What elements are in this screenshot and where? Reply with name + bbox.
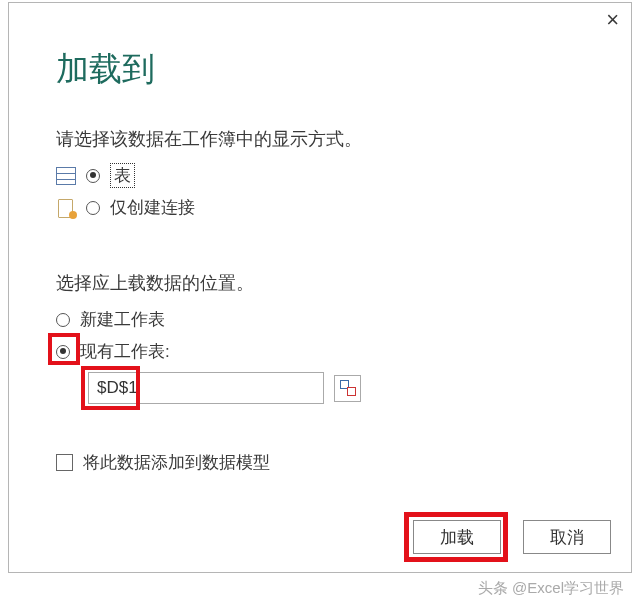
option-new-sheet-row[interactable]: 新建工作表	[56, 308, 165, 331]
add-to-model-row[interactable]: 将此数据添加到数据模型	[56, 451, 270, 474]
option-table-row[interactable]: 表	[56, 163, 135, 188]
load-button[interactable]: 加载	[413, 520, 501, 554]
load-to-dialog: × 加载到 请选择该数据在工作簿中的显示方式。 表 仅创建连接 选择应上载数据的…	[8, 2, 632, 573]
watermark-text: 头条 @Excel学习世界	[478, 579, 624, 598]
cell-reference-input[interactable]	[88, 372, 324, 404]
close-icon[interactable]: ×	[606, 9, 619, 31]
option-table-label: 表	[114, 166, 131, 185]
option-existing-sheet-label: 现有工作表:	[80, 340, 170, 363]
add-to-model-label: 将此数据添加到数据模型	[83, 451, 270, 474]
range-picker-button[interactable]	[334, 375, 361, 402]
radio-connection[interactable]	[86, 201, 100, 215]
option-connection-row[interactable]: 仅创建连接	[56, 196, 195, 219]
range-picker-icon	[340, 380, 356, 396]
dialog-title: 加载到	[56, 47, 155, 92]
display-mode-prompt: 请选择该数据在工作簿中的显示方式。	[56, 127, 362, 151]
radio-existing-sheet[interactable]	[56, 345, 70, 359]
radio-new-sheet[interactable]	[56, 313, 70, 327]
option-table-focus: 表	[110, 163, 135, 188]
radio-table[interactable]	[86, 169, 100, 183]
option-new-sheet-label: 新建工作表	[80, 308, 165, 331]
cancel-button[interactable]: 取消	[523, 520, 611, 554]
table-icon	[56, 167, 76, 185]
connection-icon	[56, 198, 76, 218]
option-connection-label: 仅创建连接	[110, 196, 195, 219]
checkbox-data-model[interactable]	[56, 454, 73, 471]
cell-reference-row	[88, 372, 361, 404]
option-existing-sheet-row[interactable]: 现有工作表:	[56, 340, 170, 363]
dialog-buttons: 加载 取消	[413, 520, 611, 554]
location-prompt: 选择应上载数据的位置。	[56, 271, 254, 295]
